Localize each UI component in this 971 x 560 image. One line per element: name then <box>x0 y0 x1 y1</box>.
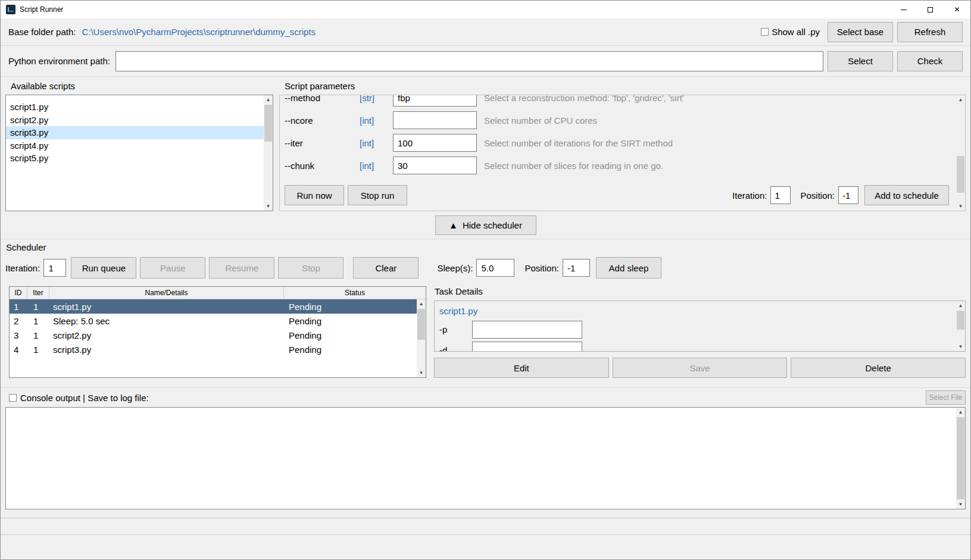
param-method-type: [str] <box>360 95 393 103</box>
queue-cell-status: Pending <box>284 330 417 340</box>
sleep-label: Sleep(s): <box>437 263 473 273</box>
scrollbar-thumb[interactable] <box>957 311 964 330</box>
add-to-schedule-button[interactable]: Add to schedule <box>864 185 949 205</box>
minimize-button[interactable] <box>890 1 917 18</box>
show-all-py-checkbox[interactable] <box>761 28 769 36</box>
base-folder-path[interactable]: C:\Users\nvo\PycharmProjects\scriptrunne… <box>82 27 316 37</box>
refresh-button[interactable]: Refresh <box>897 22 963 42</box>
scroll-up-icon[interactable]: ▲ <box>956 95 965 104</box>
add-sleep-button[interactable]: Add sleep <box>596 257 661 279</box>
parameters-scrollbar[interactable]: ▲ ▼ <box>956 95 965 211</box>
scrollbar-thumb[interactable] <box>417 309 425 340</box>
queue-header-id[interactable]: ID <box>10 287 27 299</box>
run-now-button[interactable]: Run now <box>285 185 344 205</box>
param-method-input[interactable] <box>393 95 477 107</box>
scroll-up-icon[interactable]: ▲ <box>956 408 965 417</box>
schedule-iteration-input[interactable] <box>770 186 791 204</box>
scroll-up-icon[interactable]: ▲ <box>417 299 426 308</box>
queue-header-iter[interactable]: Iter <box>27 287 49 299</box>
scripts-list-scrollbar[interactable]: ▲ ▼ <box>264 95 273 211</box>
iteration-input[interactable] <box>43 259 66 277</box>
list-item-script1[interactable]: script1.py <box>6 101 264 114</box>
param-method-description: Select a reconstruction method: 'fbp', '… <box>484 95 684 103</box>
param-row-iter: --iter [int] Select number of iterations… <box>280 132 956 154</box>
scroll-up-icon[interactable]: ▲ <box>264 95 273 104</box>
queue-cell-id: 2 <box>10 316 27 326</box>
edit-button[interactable]: Edit <box>434 358 609 378</box>
param-chunk-name: --chunk <box>285 161 360 171</box>
python-env-input[interactable] <box>115 51 823 71</box>
list-item-script2[interactable]: script2.py <box>6 114 264 127</box>
titlebar: Script Runner ✕ <box>1 1 970 18</box>
param-chunk-input[interactable] <box>393 157 477 174</box>
console-output-area[interactable]: ▲ ▼ <box>5 407 966 509</box>
queue-body: 1 1 script1.py Pending 2 1 Sleep: 5.0 se… <box>10 299 426 377</box>
queue-cell-name: Sleep: 5.0 sec <box>49 316 284 326</box>
list-item-script5[interactable]: script5.py <box>6 152 264 165</box>
maximize-button[interactable] <box>917 1 944 18</box>
scrollbar-thumb[interactable] <box>957 156 964 193</box>
queue-row-4[interactable]: 4 1 script3.py Pending <box>10 342 417 356</box>
scheduler-body: ID Iter Name/Details Status 1 1 script1.… <box>5 286 966 378</box>
script-parameters-group: Script parameters --method [str] Select … <box>279 81 966 211</box>
scrollbar-track[interactable] <box>956 104 965 202</box>
scroll-up-icon[interactable]: ▲ <box>956 301 965 310</box>
param-chunk-type: [int] <box>360 161 393 171</box>
queue-cell-name: script1.py <box>49 302 284 312</box>
script-parameters-panel: --method [str] Select a reconstruction m… <box>279 95 966 211</box>
schedule-position-input[interactable] <box>838 186 858 204</box>
console-section: Console output | Save to log file: Selec… <box>1 387 970 509</box>
scroll-down-icon[interactable]: ▼ <box>956 500 965 509</box>
sleep-input[interactable] <box>476 259 514 277</box>
list-item-script4[interactable]: script4.py <box>6 139 264 152</box>
queue-scrollbar[interactable]: ▲ ▼ <box>417 299 426 377</box>
queue-cell-name: script3.py <box>49 345 284 355</box>
task-script-name: script1.py <box>439 303 956 319</box>
queue-cell-status: Pending <box>284 302 417 312</box>
queue-row-2[interactable]: 2 1 Sleep: 5.0 sec Pending <box>10 314 417 328</box>
scrollbar-track[interactable] <box>956 310 965 342</box>
queue-cell-iter: 1 <box>27 316 49 326</box>
param-iter-input[interactable] <box>393 134 477 152</box>
select-base-button[interactable]: Select base <box>828 22 893 42</box>
scroll-down-icon[interactable]: ▼ <box>956 342 965 351</box>
show-all-py-label: Show all .py <box>772 27 820 37</box>
app-icon <box>6 5 15 14</box>
env-check-button[interactable]: Check <box>897 51 963 71</box>
available-scripts-label: Available scripts <box>5 81 273 95</box>
queue-row-3[interactable]: 3 1 script2.py Pending <box>10 328 417 342</box>
scroll-down-icon[interactable]: ▼ <box>417 368 426 377</box>
scrollbar-thumb[interactable] <box>957 417 964 499</box>
close-button[interactable]: ✕ <box>944 1 970 18</box>
position-input[interactable] <box>563 259 590 277</box>
task-details-scrollbar[interactable]: ▲ ▼ <box>956 301 965 351</box>
stop-run-button[interactable]: Stop run <box>348 185 407 205</box>
scrollbar-thumb[interactable] <box>264 105 272 142</box>
scrollbar-track[interactable] <box>417 308 426 368</box>
show-all-py-toggle[interactable]: Show all .py <box>761 27 820 37</box>
queue-row-1[interactable]: 1 1 script1.py Pending <box>10 299 417 314</box>
task-param-p-input[interactable] <box>472 321 582 339</box>
clear-button[interactable]: Clear <box>353 257 419 279</box>
queue-header-name[interactable]: Name/Details <box>49 287 284 299</box>
scrollbar-track[interactable] <box>956 417 965 500</box>
console-log-checkbox[interactable] <box>9 394 17 402</box>
position-label: Position: <box>524 263 559 273</box>
queue-header-status[interactable]: Status <box>284 287 426 299</box>
run-queue-button[interactable]: Run queue <box>71 257 136 279</box>
console-header: Console output | Save to log file: Selec… <box>5 388 966 407</box>
collapse-icon: ▲ <box>449 220 458 230</box>
scrollbar-track[interactable] <box>264 104 273 202</box>
list-item-script3[interactable]: script3.py <box>6 126 264 139</box>
delete-button[interactable]: Delete <box>791 358 966 378</box>
console-scrollbar[interactable]: ▲ ▼ <box>956 408 965 509</box>
param-iter-type: [int] <box>360 138 393 148</box>
task-param-d-input[interactable] <box>472 342 582 352</box>
scroll-down-icon[interactable]: ▼ <box>956 202 965 211</box>
scroll-down-icon[interactable]: ▼ <box>264 202 273 211</box>
schedule-position-label: Position: <box>800 190 835 201</box>
base-folder-row: Base folder path: C:\Users\nvo\PycharmPr… <box>1 18 970 46</box>
param-ncore-input[interactable] <box>393 111 477 129</box>
hide-scheduler-button[interactable]: ▲ Hide scheduler <box>435 215 536 235</box>
env-select-button[interactable]: Select <box>828 51 893 71</box>
